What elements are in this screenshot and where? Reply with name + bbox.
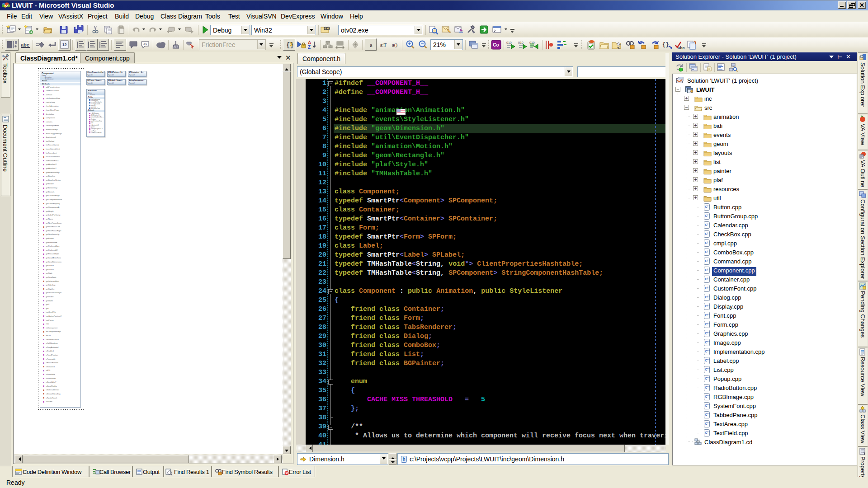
- svg-text:++: ++: [707, 403, 710, 406]
- svg-text:++: ++: [707, 340, 710, 343]
- svg-text:++: ++: [707, 295, 710, 297]
- svg-text:++: ++: [707, 322, 710, 324]
- svg-text:++: ++: [707, 385, 710, 388]
- svg-text:++: ++: [707, 231, 710, 234]
- svg-text:++: ++: [707, 240, 710, 243]
- svg-text:++: ++: [707, 258, 710, 261]
- svg-text:++: ++: [707, 304, 710, 306]
- svg-text:a(): a(): [392, 42, 398, 48]
- svg-text:++: ++: [707, 222, 710, 225]
- svg-text:Z: Z: [308, 45, 311, 50]
- svg-text:++: ++: [707, 277, 710, 279]
- svg-text:++: ++: [707, 430, 710, 433]
- svg-text:++: ++: [707, 349, 710, 352]
- svg-text:++: ++: [707, 412, 710, 415]
- svg-text:++: ++: [707, 313, 710, 315]
- svg-text:a:T: a:T: [380, 42, 387, 47]
- svg-text:++: ++: [707, 394, 710, 397]
- svg-text:{}: {}: [662, 42, 669, 48]
- svg-text:010: 010: [506, 41, 512, 44]
- svg-text:++: ++: [707, 267, 710, 270]
- svg-text:abc: abc: [21, 42, 29, 47]
- svg-text:abc: abc: [678, 46, 685, 50]
- svg-text:++: ++: [707, 204, 710, 207]
- svg-text:++: ++: [707, 331, 710, 333]
- svg-text:++: ++: [707, 286, 710, 288]
- svg-text:010: 010: [518, 41, 524, 44]
- svg-text:Co: Co: [493, 42, 499, 47]
- svg-text:++: ++: [707, 249, 710, 252]
- svg-text:++: ++: [707, 421, 710, 424]
- svg-text:++: ++: [707, 367, 710, 370]
- svg-text:<>: <>: [143, 42, 147, 46]
- svg-text:++: ++: [707, 376, 710, 379]
- svg-text:12: 12: [62, 42, 66, 47]
- svg-text:h: h: [402, 457, 405, 462]
- svg-text:++: ++: [707, 213, 710, 216]
- svg-text:++: ++: [707, 358, 710, 361]
- svg-text:a: a: [370, 42, 373, 48]
